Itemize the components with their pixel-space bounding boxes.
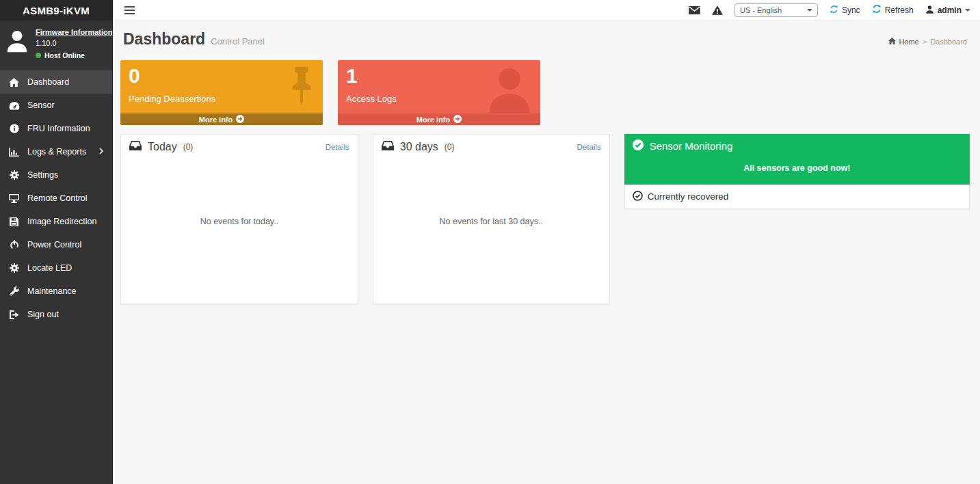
sensor-status-message: All sensors are good now! — [624, 157, 970, 185]
panel-header: Today (0) Details — [121, 135, 358, 157]
firmware-version: 1.10.0 — [36, 39, 112, 47]
wrench-icon — [8, 286, 20, 296]
breadcrumb-separator: > — [923, 38, 927, 46]
alert-icon[interactable] — [712, 5, 723, 15]
mail-icon[interactable] — [689, 6, 700, 14]
gear-icon — [8, 263, 20, 273]
host-status: Host Online — [36, 51, 112, 59]
sync-label: Sync — [842, 5, 860, 15]
sensor-panel-title: Sensor Monitoring — [650, 140, 733, 152]
more-info-link[interactable]: More info — [120, 113, 323, 125]
sidebar-item-fru-information[interactable]: FRU Information — [0, 117, 112, 140]
card-body: 0 Pending Deassertions — [120, 60, 323, 113]
panels-row: Today (0) Details No events for today.. … — [120, 134, 970, 304]
caret-down-icon — [807, 9, 812, 12]
page-header: Dashboard Control Panel Home > Dashboard — [123, 30, 967, 49]
card-label: Pending Deassertions — [129, 94, 315, 104]
user-icon — [925, 5, 934, 16]
check-circle-outline-icon — [633, 191, 643, 203]
top-bar: US - English Sync Refresh admin — [113, 0, 980, 21]
panel-header: 30 days (0) Details — [373, 135, 609, 157]
panel-count: (0) — [445, 142, 455, 152]
panel-title: Today — [148, 141, 177, 153]
firmware-info: Firmware Information 1.10.0 Host Online — [36, 28, 112, 59]
sidebar-item-dashboard[interactable]: Dashboard — [0, 70, 112, 94]
language-selected-value: US - English — [740, 6, 782, 14]
sidebar-item-logs-reports[interactable]: Logs & Reports — [0, 140, 112, 163]
language-select[interactable]: US - English — [734, 3, 818, 17]
sync-button[interactable]: Sync — [830, 5, 860, 16]
refresh-label: Refresh — [885, 5, 914, 15]
sidebar-item-label: Power Control — [27, 240, 81, 250]
card-value: 0 — [129, 64, 315, 88]
user-panel: Firmware Information 1.10.0 Host Online — [0, 21, 112, 68]
inbox-icon — [382, 141, 394, 153]
hamburger-menu-icon[interactable] — [122, 3, 137, 17]
sidebar-item-label: Dashboard — [27, 77, 69, 87]
thumbtack-icon — [289, 66, 315, 113]
bar-chart-icon — [8, 148, 20, 157]
page-title: Dashboard — [123, 30, 205, 49]
details-link[interactable]: Details — [326, 143, 349, 151]
sidebar-item-remote-control[interactable]: Remote Control — [0, 187, 112, 210]
access-logs-card[interactable]: 1 Access Logs More info — [338, 60, 540, 125]
more-info-label: More info — [199, 116, 233, 124]
caret-down-icon — [965, 9, 970, 12]
refresh-icon — [872, 4, 882, 16]
user-menu[interactable]: admin — [925, 5, 970, 16]
details-link[interactable]: Details — [577, 143, 600, 151]
username: admin — [938, 5, 962, 15]
sidebar-item-settings[interactable]: Settings — [0, 163, 112, 187]
sidebar-item-image-redirection[interactable]: Image Redirection — [0, 210, 112, 233]
sidebar-item-locate-led[interactable]: Locate LED — [0, 256, 112, 280]
inbox-icon — [129, 141, 142, 153]
sidebar-item-label: Sign out — [27, 310, 59, 319]
sidebar-item-maintenance[interactable]: Maintenance — [0, 280, 112, 303]
sidebar-item-sensor[interactable]: Sensor — [0, 94, 112, 117]
monitor-icon — [8, 194, 20, 203]
content-area: Dashboard Control Panel Home > Dashboard… — [113, 21, 980, 484]
today-events-panel: Today (0) Details No events for today.. — [120, 134, 358, 304]
app-logo[interactable]: ASMB9-iKVM — [0, 0, 112, 21]
sidebar-item-power-control[interactable]: Power Control — [0, 233, 112, 256]
sensor-monitoring-panel: Sensor Monitoring All sensors are good n… — [624, 134, 970, 209]
more-info-label: More info — [416, 116, 451, 124]
sidebar-item-label: Sensor — [27, 100, 55, 110]
sidebar-item-label: FRU Information — [27, 124, 90, 133]
panel-empty-message: No events for today.. — [121, 157, 358, 226]
top-bar-right: US - English Sync Refresh admin — [689, 3, 970, 17]
gauge-icon — [8, 101, 20, 110]
sidebar-item-label: Locate LED — [27, 263, 72, 273]
card-body: 1 Access Logs — [338, 60, 540, 113]
arrow-circle-right-icon — [453, 115, 462, 124]
sidebar-item-label: Maintenance — [27, 286, 77, 296]
firmware-information-link[interactable]: Firmware Information — [36, 28, 112, 36]
sidebar-nav: Dashboard Sensor FRU Information Logs & … — [0, 70, 112, 326]
refresh-button[interactable]: Refresh — [872, 4, 914, 16]
sidebar-item-sign-out[interactable]: Sign out — [0, 303, 112, 326]
power-icon — [8, 240, 20, 250]
sidebar-item-label: Logs & Reports — [27, 147, 86, 157]
breadcrumb-current: Dashboard — [930, 38, 967, 46]
sync-icon — [830, 5, 838, 16]
page-subtitle: Control Panel — [211, 36, 265, 46]
breadcrumb: Home > Dashboard — [888, 38, 967, 46]
gear-icon — [8, 170, 20, 180]
sidebar: ASMB9-iKVM Firmware Information 1.10.0 H… — [0, 0, 113, 484]
host-online-dot-icon — [36, 53, 41, 58]
floppy-icon — [8, 217, 20, 226]
person-icon — [487, 66, 532, 116]
breadcrumb-home-link[interactable]: Home — [888, 38, 918, 46]
breadcrumb-home-label: Home — [899, 38, 918, 46]
sidebar-item-label: Image Redirection — [27, 217, 96, 226]
pending-deassertions-card[interactable]: 0 Pending Deassertions More info — [120, 60, 323, 125]
sensor-status-row: Currently recovered — [624, 185, 970, 209]
home-icon — [888, 38, 896, 46]
sidebar-item-label: Remote Control — [27, 193, 88, 203]
home-icon — [8, 78, 20, 87]
user-avatar-icon — [5, 28, 29, 59]
sidebar-item-label: Settings — [27, 170, 58, 180]
sensor-status-label: Currently recovered — [648, 191, 729, 202]
check-circle-icon — [633, 139, 644, 152]
info-circle-icon — [8, 124, 20, 133]
